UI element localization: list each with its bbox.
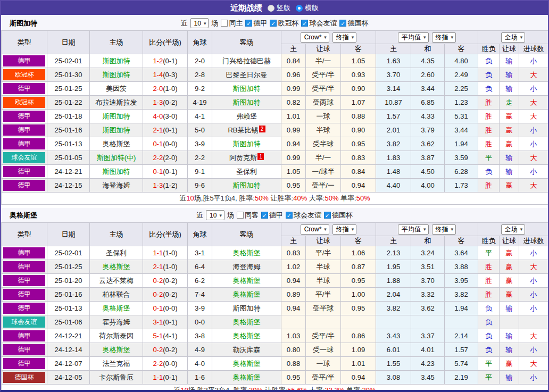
- fulltime-score: 2-2: [153, 154, 163, 162]
- home-team-cell[interactable]: 圣保利: [90, 246, 143, 260]
- away-team-cell[interactable]: 弗赖堡: [212, 110, 281, 123]
- league-filter-2[interactable]: ✓球会友谊: [301, 19, 337, 28]
- checkbox-checked-icon[interactable]: ✓: [339, 20, 346, 27]
- home-team-cell[interactable]: 法兰克福: [90, 357, 143, 371]
- home-team-cell[interactable]: 霍芬海姆: [90, 315, 143, 329]
- same-side-filter[interactable]: 同主: [221, 19, 243, 28]
- column-header-2: 主场: [90, 31, 143, 54]
- odds-source-select[interactable]: 终指▾: [332, 32, 357, 43]
- home-team-cell[interactable]: 斯图加特: [90, 110, 143, 123]
- avg-odds-cell: 3.62: [411, 137, 445, 151]
- checkbox-checked-icon[interactable]: ✓: [270, 20, 277, 27]
- league-filter-1[interactable]: ✓球会友谊: [286, 211, 321, 220]
- league-filter-2[interactable]: ✓德国杯: [324, 211, 353, 220]
- odds-source-select[interactable]: 全场▾: [501, 32, 526, 43]
- avg-odds-cell: 6.28: [445, 165, 478, 179]
- home-team-cell[interactable]: 美因茨: [90, 82, 143, 96]
- chevron-down-icon: ▾: [352, 35, 354, 40]
- away-team-cell[interactable]: 阿贾克斯1: [212, 151, 281, 165]
- odds-source-select[interactable]: 终指▾: [432, 224, 456, 235]
- away-team-cell[interactable]: RB莱比锡2: [212, 123, 281, 137]
- league-filter-1[interactable]: ✓欧冠杯: [270, 19, 298, 28]
- home-team-cell[interactable]: 奥格斯堡: [90, 260, 143, 274]
- away-team-cell[interactable]: 奥格斯堡: [212, 315, 281, 329]
- radio-icon[interactable]: [296, 5, 303, 12]
- goals-result-cell: 小: [519, 165, 548, 179]
- match-count-select[interactable]: 10▾: [190, 18, 209, 28]
- odds-cell: 1.05: [341, 54, 376, 68]
- table-row: 球会友谊25-01-05斯图加特(中)2-2(2-0)2-2阿贾克斯10.99半…: [2, 151, 548, 165]
- home-team-cell[interactable]: 奥格斯堡: [90, 343, 143, 357]
- away-team-cell[interactable]: 奥格斯堡: [212, 357, 281, 371]
- result-text: 胜: [485, 181, 492, 189]
- score-cell: 1-3(1-2): [143, 179, 188, 193]
- checkbox-icon[interactable]: [237, 212, 244, 219]
- home-team-cell[interactable]: 奥格斯堡: [90, 302, 143, 315]
- odds-source-select[interactable]: 终指▾: [432, 32, 456, 43]
- home-team-cell[interactable]: 海登海姆: [90, 179, 143, 193]
- away-team-cell[interactable]: 巴黎圣日尔曼: [212, 68, 281, 82]
- away-team-cell[interactable]: 斯图加特: [212, 96, 281, 110]
- away-team-cell[interactable]: 勒沃库森: [212, 343, 281, 357]
- league-filter-3[interactable]: ✓德国杯: [339, 19, 368, 28]
- home-team-cell[interactable]: 柏林联合: [90, 288, 143, 302]
- odds-source-select[interactable]: 全场▾: [501, 224, 526, 235]
- home-team-cell[interactable]: 斯图加特: [90, 165, 143, 179]
- goals-result-cell: 小: [519, 82, 548, 96]
- away-team-cell[interactable]: 门兴格拉德巴赫: [212, 54, 281, 68]
- sub-column-header-7: 让球: [500, 236, 519, 246]
- radio-icon[interactable]: [268, 5, 274, 12]
- odds-source-select[interactable]: Crow*▾: [301, 224, 329, 235]
- avg-odds-cell: 1.55: [376, 357, 411, 371]
- odds-source-select[interactable]: 平均值▾: [398, 32, 429, 43]
- away-team-cell[interactable]: 奥格斯堡: [212, 288, 281, 302]
- away-team-name: 奥格斯堡: [233, 290, 261, 298]
- checkbox-checked-icon[interactable]: ✓: [301, 20, 308, 27]
- same-side-filter[interactable]: 同客: [237, 211, 259, 220]
- checkbox-checked-icon[interactable]: ✓: [324, 212, 331, 219]
- away-team-cell[interactable]: 奥格斯堡: [212, 246, 281, 260]
- layout-option-horizontal[interactable]: 横版: [296, 3, 319, 13]
- away-team-cell[interactable]: 斯图加特: [212, 137, 281, 151]
- home-team-cell[interactable]: 斯图加特: [90, 123, 143, 137]
- odds-cell: 0.82: [281, 96, 306, 110]
- home-team-cell[interactable]: 斯图加特: [90, 68, 143, 82]
- home-team-cell[interactable]: 荷尔斯泰因: [90, 329, 143, 343]
- summary-segment: 近: [179, 194, 186, 202]
- avg-odds-cell: 1.95: [376, 260, 411, 274]
- away-team-cell[interactable]: 斯图加特: [212, 82, 281, 96]
- goals-result-cell: 小: [519, 123, 548, 137]
- odds-source-select[interactable]: 终指▾: [332, 224, 357, 235]
- checkbox-checked-icon[interactable]: ✓: [245, 20, 252, 27]
- match-count-select[interactable]: 10▾: [206, 210, 224, 220]
- checkbox-icon[interactable]: [221, 20, 228, 27]
- home-team-cell[interactable]: 奥格斯堡: [90, 137, 143, 151]
- home-team-name: 斯图加特(中): [97, 154, 136, 162]
- odds-source-select[interactable]: 平均值▾: [398, 224, 429, 235]
- league-filter-label: 德国杯: [347, 19, 368, 28]
- away-team-cell[interactable]: 圣保利: [212, 165, 281, 179]
- result-text: 大: [530, 181, 537, 189]
- away-team-cell[interactable]: 奥格斯堡: [212, 329, 281, 343]
- home-team-cell[interactable]: 卡尔斯鲁厄: [90, 371, 143, 385]
- goals-result-cell: 小: [519, 302, 548, 315]
- home-team-cell[interactable]: 斯图加特(中): [90, 151, 143, 165]
- odds-source-select[interactable]: Crow*▾: [301, 32, 329, 43]
- away-team-cell[interactable]: 斯图加特: [212, 302, 281, 315]
- away-team-cell[interactable]: 奥格斯堡: [212, 371, 281, 385]
- away-team-cell[interactable]: 奥格斯堡: [212, 274, 281, 288]
- away-team-cell[interactable]: 海登海姆: [212, 260, 281, 274]
- league-filter-0[interactable]: ✓德甲: [245, 19, 267, 28]
- away-team-cell[interactable]: 斯图加特: [212, 179, 281, 193]
- league-filter-0[interactable]: ✓德甲: [261, 211, 283, 220]
- score-cell: 3-1(0-1): [143, 315, 188, 329]
- home-team-cell[interactable]: 斯图加特: [90, 54, 143, 68]
- fulltime-score: 0-2: [153, 277, 163, 285]
- outcome-cell: 负: [478, 54, 500, 68]
- checkbox-checked-icon[interactable]: ✓: [261, 212, 268, 219]
- layout-option-vertical[interactable]: 竖版: [268, 3, 290, 13]
- checkbox-checked-icon[interactable]: ✓: [286, 212, 293, 219]
- home-team-cell[interactable]: 布拉迪斯拉发: [90, 96, 143, 110]
- home-team-cell[interactable]: 云达不莱梅: [90, 274, 143, 288]
- team-section-augsburg: 奥格斯堡近10▾场同客✓德甲✓球会友谊✓德国杯类型日期主场比分(半场)角球客场C…: [1, 208, 548, 392]
